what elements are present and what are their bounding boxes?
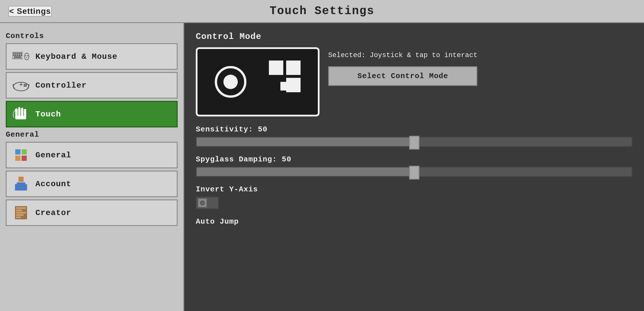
header-title: Touch Settings: [269, 5, 374, 18]
svg-rect-8: [17, 55, 18, 56]
pixel-sq-2: [286, 61, 301, 75]
svg-point-12: [24, 53, 29, 60]
general-section-label: General: [6, 130, 178, 139]
right-panel: Control Mode Selected:: [184, 23, 644, 311]
invert-y-label: Invert Y-Axis: [196, 185, 632, 194]
svg-point-22: [24, 85, 25, 87]
svg-point-14: [27, 55, 29, 56]
control-mode-title: Control Mode: [196, 32, 632, 42]
svg-rect-29: [22, 149, 27, 154]
svg-rect-26: [24, 109, 26, 117]
spyglass-thumb[interactable]: [409, 166, 419, 180]
svg-rect-33: [17, 182, 25, 191]
selected-label: Selected: Joystick & tap to interact: [328, 50, 477, 61]
svg-rect-35: [24, 184, 27, 191]
invert-y-thumb: [198, 198, 207, 208]
select-control-mode-button[interactable]: Select Control Mode: [328, 66, 477, 86]
keyboard-icon: [12, 49, 30, 64]
main-layout: Controls: [0, 23, 644, 311]
control-mode-preview: [196, 47, 320, 116]
sidebar-item-creator[interactable]: Creator: [6, 199, 178, 226]
invert-y-toggle[interactable]: [196, 197, 219, 209]
svg-rect-41: [16, 216, 21, 218]
sidebar-item-label-general: General: [35, 151, 71, 160]
svg-rect-39: [16, 212, 26, 214]
svg-rect-31: [22, 156, 27, 161]
sensitivity-thumb[interactable]: [409, 136, 419, 150]
sensitivity-fill: [197, 137, 414, 146]
sidebar-item-label-creator: Creator: [35, 208, 71, 217]
sidebar-item-account[interactable]: Account: [6, 171, 178, 197]
svg-point-13: [25, 55, 26, 56]
sensitivity-row: Sensitivity: 50: [196, 125, 632, 147]
general-icon: [12, 148, 30, 162]
invert-y-toggle-container: [196, 197, 632, 209]
svg-rect-37: [16, 207, 26, 209]
svg-rect-30: [15, 156, 20, 161]
svg-rect-7: [15, 55, 16, 56]
joystick-circle: [215, 66, 246, 98]
svg-point-21: [25, 84, 27, 85]
pixel-sq-4: [286, 78, 301, 92]
invert-y-thumb-inner: [200, 201, 205, 205]
svg-rect-34: [15, 184, 18, 191]
spyglass-row: Spyglass Damping: 50: [196, 155, 632, 177]
sensitivity-label: Sensitivity: 50: [196, 125, 632, 134]
svg-rect-11: [14, 56, 21, 58]
svg-rect-25: [21, 108, 23, 117]
creator-icon: [12, 206, 30, 220]
control-mode-right: Selected: Joystick & tap to interact Sel…: [328, 47, 477, 86]
header: < Settings Touch Settings: [0, 0, 644, 23]
svg-rect-5: [21, 53, 22, 54]
sidebar-item-label-keyboard: Keyboard & Mouse: [35, 52, 117, 61]
invert-y-row: Invert Y-Axis: [196, 185, 632, 209]
svg-rect-40: [16, 214, 24, 216]
svg-rect-24: [18, 107, 20, 117]
control-mode-section: Selected: Joystick & tap to interact Sel…: [196, 47, 632, 116]
svg-rect-18: [21, 83, 22, 86]
pixel-sq-1: [269, 61, 283, 75]
sidebar-item-label-controller: Controller: [35, 81, 87, 90]
svg-rect-9: [19, 55, 20, 56]
sidebar-item-general[interactable]: General: [6, 142, 178, 168]
svg-rect-1: [13, 53, 15, 54]
sidebar-item-keyboard-mouse[interactable]: Keyboard & Mouse: [6, 43, 178, 70]
sensitivity-slider[interactable]: [196, 137, 632, 147]
svg-rect-27: [15, 116, 26, 119]
svg-rect-32: [18, 177, 24, 182]
svg-rect-15: [26, 57, 27, 58]
joystick-inner: [223, 75, 238, 89]
sidebar-item-controller[interactable]: Controller: [6, 72, 178, 99]
svg-rect-38: [16, 210, 22, 211]
svg-rect-28: [15, 149, 20, 154]
controller-icon: [12, 78, 30, 93]
svg-rect-2: [15, 53, 16, 54]
svg-rect-6: [13, 55, 15, 56]
back-button[interactable]: < Settings: [9, 6, 52, 16]
auto-jump-row: Auto Jump: [196, 217, 632, 226]
sidebar-item-label-account: Account: [35, 180, 71, 189]
sidebar: Controls: [0, 23, 184, 311]
sidebar-item-label-touch: Touch: [35, 110, 61, 119]
spyglass-label: Spyglass Damping: 50: [196, 155, 632, 164]
account-icon: [12, 177, 30, 191]
svg-point-20: [25, 85, 27, 87]
svg-rect-3: [17, 53, 18, 54]
spyglass-slider[interactable]: [196, 167, 632, 177]
svg-rect-4: [19, 53, 20, 54]
controls-section-label: Controls: [6, 32, 178, 40]
svg-rect-10: [21, 55, 22, 56]
svg-point-19: [24, 84, 25, 85]
auto-jump-label: Auto Jump: [196, 217, 632, 226]
touch-icon: [12, 107, 30, 121]
sidebar-item-touch[interactable]: Touch: [6, 101, 178, 127]
spyglass-fill: [197, 167, 414, 176]
pixel-sq-small: [280, 82, 286, 91]
